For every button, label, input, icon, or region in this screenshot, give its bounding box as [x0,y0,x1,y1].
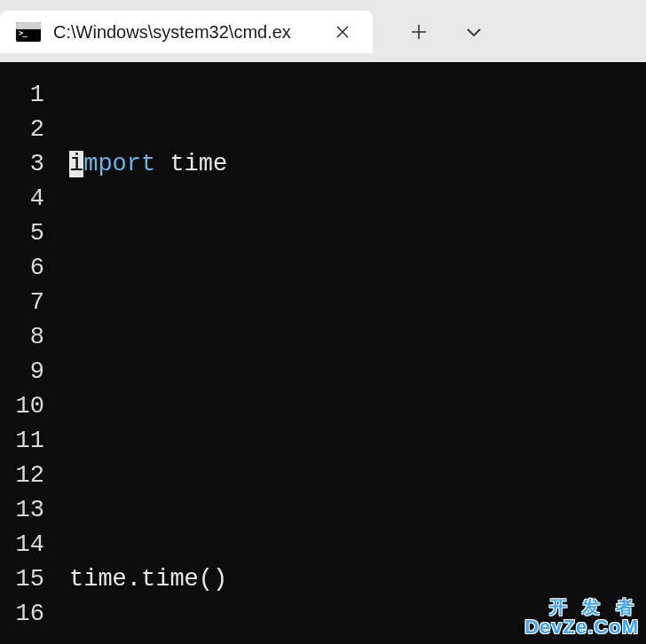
code-line: time.time() [69,562,443,597]
line-number: 10 [0,389,44,424]
line-number: 16 [0,597,44,632]
line-number: 13 [0,493,44,528]
line-number: 2 [0,113,44,147]
line-number: 5 [0,216,44,251]
cmd-icon [16,22,41,42]
line-number: 15 [0,562,44,597]
line-number: 8 [0,320,44,355]
line-number: 1 [0,78,44,113]
plus-icon [411,24,427,40]
terminal-tab[interactable]: C:\Windows\system32\cmd.ex [0,11,373,53]
line-number: 12 [0,459,44,493]
cursor: i [69,151,83,177]
close-icon [335,25,350,39]
code-line: import time [69,147,443,182]
line-number: 14 [0,528,44,562]
tab-dropdown-button[interactable] [453,11,495,53]
titlebar: C:\Windows\system32\cmd.ex [0,0,646,53]
code-editor[interactable]: 1 2 3 4 5 6 7 8 9 10 11 12 13 14 15 16 i… [0,62,646,644]
line-number: 11 [0,424,44,459]
line-number: 7 [0,286,44,320]
line-number: 3 [0,147,44,182]
close-tab-button[interactable] [328,18,357,46]
code-line [69,251,443,286]
new-tab-button[interactable] [398,11,440,53]
line-number: 9 [0,355,44,389]
code-line [69,355,443,389]
code-content[interactable]: import time time.time() if __name__ == "… [53,62,443,644]
line-number-gutter: 1 2 3 4 5 6 7 8 9 10 11 12 13 14 15 16 [0,62,53,644]
tab-title: C:\Windows\system32\cmd.ex [53,22,319,43]
line-number: 4 [0,182,44,216]
line-number: 6 [0,251,44,286]
chevron-down-icon [466,27,482,37]
code-line [69,459,443,493]
